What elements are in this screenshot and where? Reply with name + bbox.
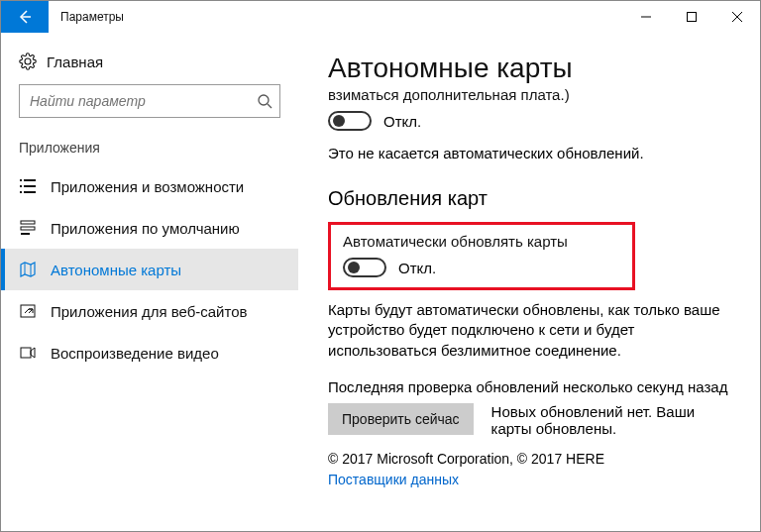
nav-label: Воспроизведение видео — [51, 345, 219, 362]
arrow-left-icon — [17, 9, 33, 25]
svg-rect-15 — [21, 233, 30, 235]
page-title: Автономные карты — [328, 53, 730, 84]
window-title: Параметры — [49, 1, 623, 33]
fee-note: взиматься дополнительная плата.) — [328, 86, 730, 103]
check-status: Новых обновлений нет. Ваши карты обновле… — [491, 403, 730, 437]
metered-toggle-row: Откл. — [328, 111, 730, 131]
svg-rect-2 — [688, 13, 697, 22]
nav-video-playback[interactable]: Воспроизведение видео — [1, 332, 298, 373]
svg-rect-11 — [20, 191, 22, 193]
back-button[interactable] — [1, 1, 49, 33]
toggle-knob — [333, 115, 345, 127]
svg-line-20 — [29, 309, 33, 313]
auto-update-toggle-label: Откл. — [398, 260, 436, 276]
content: Автономные карты взиматься дополнительна… — [298, 33, 760, 531]
nav-offline-maps[interactable]: Автономные карты — [1, 249, 298, 290]
nav-label: Приложения по умолчанию — [51, 220, 240, 237]
gear-icon — [19, 53, 37, 70]
last-check: Последняя проверка обновлений несколько … — [328, 378, 730, 395]
maximize-icon — [687, 12, 697, 22]
link-icon — [19, 302, 37, 320]
nav-label: Приложения и возможности — [51, 178, 244, 195]
window-controls — [623, 1, 760, 33]
sidebar-section-label: Приложения — [1, 140, 298, 165]
svg-rect-7 — [20, 179, 22, 181]
minimize-button[interactable] — [623, 1, 669, 33]
nav-default-apps[interactable]: Приложения по умолчанию — [1, 207, 298, 249]
auto-update-toggle[interactable] — [343, 258, 386, 277]
svg-point-5 — [259, 95, 269, 105]
auto-note: Это не касается автоматических обновлени… — [328, 145, 730, 161]
auto-update-toggle-row: Откл. — [343, 258, 620, 277]
svg-rect-12 — [24, 191, 36, 193]
minimize-icon — [641, 12, 651, 22]
update-desc: Карты будут автоматически обновлены, как… — [328, 300, 724, 361]
providers-link[interactable]: Поставщики данных — [328, 472, 459, 487]
section-updates: Обновления карт — [328, 187, 730, 210]
map-icon — [19, 261, 37, 278]
svg-rect-10 — [24, 185, 36, 187]
svg-rect-8 — [24, 179, 36, 181]
video-icon — [19, 344, 37, 362]
metered-toggle-label: Откл. — [383, 113, 421, 130]
titlebar: Параметры — [1, 1, 760, 33]
svg-rect-13 — [21, 221, 35, 224]
svg-rect-9 — [20, 185, 22, 187]
close-button[interactable] — [714, 1, 760, 33]
nav-apps-features[interactable]: Приложения и возможности — [1, 165, 298, 207]
metered-toggle[interactable] — [328, 111, 372, 131]
list-icon — [19, 177, 37, 195]
sidebar: Главная Приложения Приложения и возможно… — [1, 33, 298, 531]
svg-rect-14 — [21, 227, 35, 230]
defaults-icon — [19, 219, 37, 237]
highlight-box: Автоматически обновлять карты Откл. — [328, 222, 635, 290]
check-row: Проверить сейчас Новых обновлений нет. В… — [328, 403, 730, 437]
close-icon — [732, 12, 742, 22]
check-now-button[interactable]: Проверить сейчас — [328, 403, 474, 435]
auto-update-label: Автоматически обновлять карты — [343, 233, 620, 250]
nav-label: Приложения для веб-сайтов — [51, 303, 248, 320]
nav-label: Автономные карты — [51, 262, 181, 278]
svg-rect-21 — [21, 348, 31, 358]
toggle-knob — [348, 262, 360, 273]
search-icon — [257, 93, 272, 109]
copyright: © 2017 Microsoft Corporation, © 2017 HER… — [328, 451, 730, 467]
search-input[interactable] — [19, 84, 280, 118]
maximize-button[interactable] — [669, 1, 714, 33]
home-label: Главная — [47, 53, 103, 70]
home-link[interactable]: Главная — [1, 47, 298, 84]
search-wrap — [19, 84, 280, 118]
svg-line-6 — [268, 104, 272, 108]
nav-apps-websites[interactable]: Приложения для веб-сайтов — [1, 290, 298, 332]
